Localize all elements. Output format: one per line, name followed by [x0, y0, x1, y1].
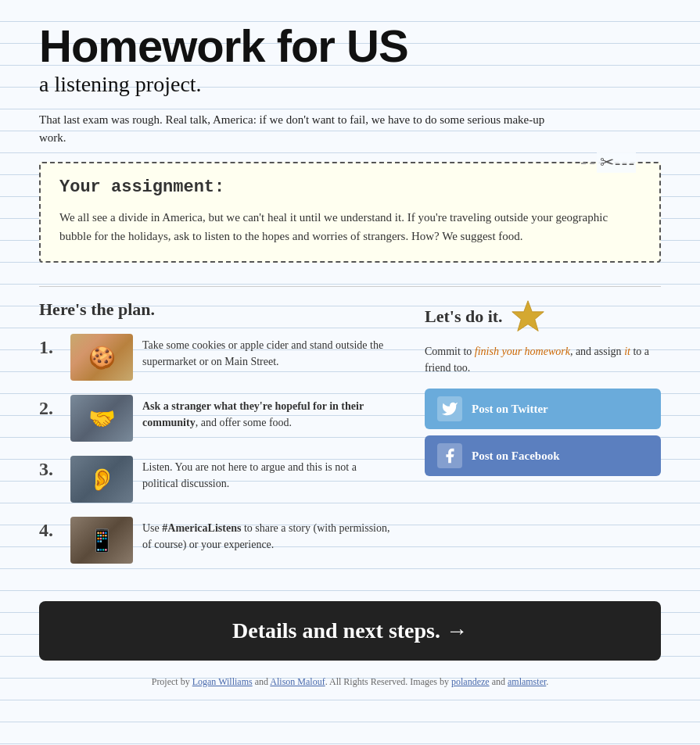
phone-image [70, 517, 133, 564]
page-wrapper: Homework for US a listening project. Tha… [0, 0, 700, 745]
facebook-icon [437, 443, 462, 468]
facebook-button[interactable]: Post on Facebook [425, 435, 661, 476]
step-3-text: Listen. You are not here to argue and th… [142, 459, 393, 492]
plan-section: Here's the plan. 1. Take some cookies or… [39, 299, 393, 578]
step-4-text: Use #AmericaListens to share a story (wi… [142, 520, 393, 553]
image-credit2-link[interactable]: amlamster [508, 676, 546, 687]
plan-list: 1. Take some cookies or apple cider and … [39, 334, 393, 564]
twitter-label: Post on Twitter [472, 402, 548, 416]
assignment-box: ✂ - - - Your assignment: We all see a di… [39, 162, 661, 263]
twitter-icon [437, 396, 462, 421]
lets-do-section: Let's do it. Commit to finish your homew… [417, 299, 661, 578]
step-number: 3. [39, 459, 61, 480]
step-number: 4. [39, 520, 61, 541]
cta-button[interactable]: Details and next steps. → [39, 601, 661, 661]
scissors-icon: ✂ - - - [597, 152, 636, 173]
step-number: 2. [39, 398, 61, 419]
assignment-heading: Your assignment: [59, 177, 641, 197]
conversation-image [70, 395, 133, 442]
two-column-section: Here's the plan. 1. Take some cookies or… [39, 299, 661, 578]
page-subtitle: a listening project. [39, 72, 661, 97]
facebook-label: Post on Facebook [472, 449, 560, 463]
list-item: 1. Take some cookies or apple cider and … [39, 334, 393, 381]
intro-text: That last exam was rough. Real talk, Ame… [39, 111, 571, 146]
commit-text: Commit to finish your homework, and assi… [425, 343, 661, 376]
step-number: 1. [39, 337, 61, 358]
plan-heading: Here's the plan. [39, 299, 393, 320]
listen-image [70, 456, 133, 503]
footer-text: Project by Logan Williams and Alison Mal… [152, 676, 549, 687]
star-icon [511, 299, 545, 334]
assignment-text: We all see a divide in America, but we c… [59, 208, 641, 245]
list-item: 3. Listen. You are not here to argue and… [39, 456, 393, 503]
list-item: 2. Ask a stranger what they're hopeful f… [39, 395, 393, 442]
page-title: Homework for US [39, 23, 661, 69]
step-1-text: Take some cookies or apple cider and sta… [142, 337, 393, 370]
social-buttons: Post on Twitter Post on Facebook [425, 389, 661, 476]
section-divider [39, 286, 661, 287]
footer: Project by Logan Williams and Alison Mal… [39, 676, 661, 696]
author1-link[interactable]: Logan Williams [192, 676, 253, 687]
author2-link[interactable]: Alison Malouf [270, 676, 325, 687]
lets-do-heading: Let's do it. [425, 299, 661, 334]
image-credit1-link[interactable]: polandeze [451, 676, 490, 687]
step-2-text: Ask a stranger what they're hopeful for … [142, 398, 393, 431]
cookies-image [70, 334, 133, 381]
cta-label: Details and next steps. → [232, 618, 468, 643]
twitter-button[interactable]: Post on Twitter [425, 389, 661, 429]
svg-marker-0 [512, 301, 543, 331]
list-item: 4. Use #AmericaListens to share a story … [39, 517, 393, 564]
